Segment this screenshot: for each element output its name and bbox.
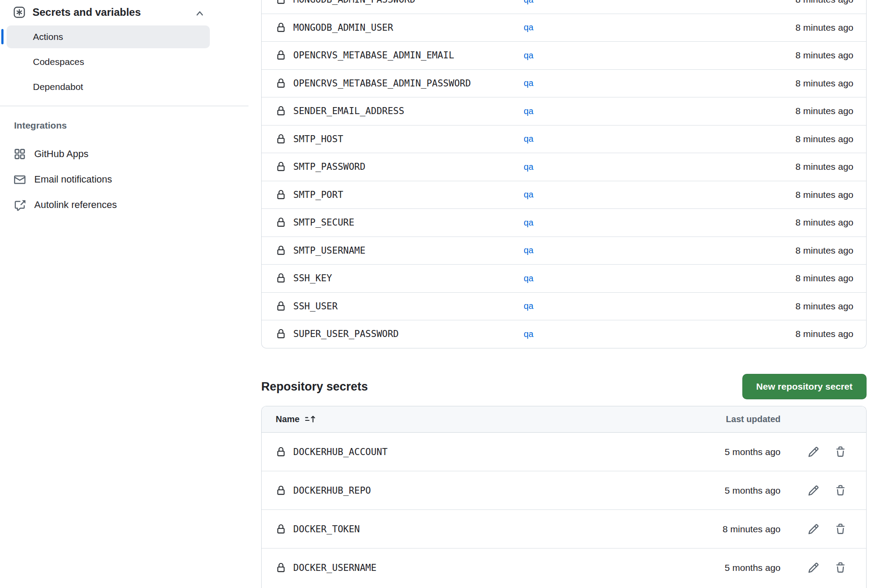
secret-name: DOCKER_TOKEN xyxy=(293,524,360,534)
secrets-and-variables-section-header: Secrets and variables xyxy=(13,6,141,18)
delete-secret-button[interactable] xyxy=(834,484,846,497)
environment-link[interactable]: qa xyxy=(524,134,533,144)
repository-secret-row: DOCKER_USERNAME 5 months ago xyxy=(262,548,866,587)
environment-secret-row: SSH_KEY qa 8 minutes ago xyxy=(262,264,866,292)
delete-secret-button[interactable] xyxy=(834,445,846,459)
trash-icon xyxy=(835,446,846,458)
lock-icon xyxy=(276,22,286,33)
pencil-icon xyxy=(808,562,819,574)
repository-secrets-table-header: Name Last updated xyxy=(262,406,866,433)
sidebar-nav-item-label: Dependabot xyxy=(33,82,83,92)
lock-icon xyxy=(276,50,286,61)
pencil-icon xyxy=(808,523,819,535)
environment-link[interactable]: qa xyxy=(524,301,533,311)
secret-name: SMTP_PASSWORD xyxy=(293,161,365,172)
secret-last-updated: 8 minutes ago xyxy=(795,22,853,33)
secret-name: SUPER_USER_PASSWORD xyxy=(293,329,399,339)
secret-name: DOCKERHUB_ACCOUNT xyxy=(293,447,388,457)
environment-secret-row: OPENCRVS_METABASE_ADMIN_EMAIL qa 8 minut… xyxy=(262,41,866,69)
environment-link[interactable]: qa xyxy=(524,50,533,61)
sidebar-integration-item-label: GitHub Apps xyxy=(34,148,89,160)
secret-name: SSH_USER xyxy=(293,301,338,312)
edit-secret-button[interactable] xyxy=(807,561,820,574)
environment-link[interactable]: qa xyxy=(524,190,533,200)
environment-secrets-table: MONGODB_ADMIN_PASSWORD qa 8 minutes ago … xyxy=(261,0,867,348)
delete-secret-button[interactable] xyxy=(834,561,846,574)
secret-name: DOCKER_USERNAME xyxy=(293,563,377,573)
lock-icon xyxy=(276,485,286,496)
sidebar-item-codespaces[interactable]: Codespaces xyxy=(7,50,210,73)
environment-secret-row: SSH_USER qa 8 minutes ago xyxy=(262,292,866,320)
secret-last-updated: 8 minutes ago xyxy=(795,329,853,339)
trash-icon xyxy=(835,485,846,496)
environment-link[interactable]: qa xyxy=(524,273,533,283)
secret-last-updated: 8 minutes ago xyxy=(795,134,853,144)
integrations-list: GitHub Apps Email notifications Autolink… xyxy=(14,141,234,218)
sidebar-item-actions[interactable]: Actions xyxy=(7,25,210,48)
repository-secrets-title: Repository secrets xyxy=(261,380,368,394)
last-updated-column-label: Last updated xyxy=(726,414,781,424)
settings-sidebar: Secrets and variables Actions Codespaces… xyxy=(0,0,248,588)
lock-icon xyxy=(276,446,286,458)
environment-secret-row: MONGODB_ADMIN_USER qa 8 minutes ago xyxy=(262,14,866,42)
secret-name: MONGODB_ADMIN_USER xyxy=(293,22,393,33)
sort-ascending-icon xyxy=(305,414,315,424)
environment-secret-row: SUPER_USER_PASSWORD qa 8 minutes ago xyxy=(262,320,866,348)
edit-secret-button[interactable] xyxy=(807,445,820,459)
delete-secret-button[interactable] xyxy=(834,523,846,536)
lock-icon xyxy=(276,562,286,574)
edit-secret-button[interactable] xyxy=(807,484,820,497)
secret-last-updated: 8 minutes ago xyxy=(795,217,853,228)
secret-name: OPENCRVS_METABASE_ADMIN_EMAIL xyxy=(293,50,454,61)
repository-secrets-table: Name Last updated DOCKERHUB_ACCOUNT 5 mo… xyxy=(261,406,867,588)
environment-link[interactable]: qa xyxy=(524,162,533,172)
lock-icon xyxy=(276,217,286,228)
sidebar-item-dependabot[interactable]: Dependabot xyxy=(7,75,210,98)
lock-icon xyxy=(276,301,286,312)
sidebar-item-autolink-references[interactable]: Autolink references xyxy=(14,192,234,218)
environment-secret-row: SENDER_EMAIL_ADDRESS qa 8 minutes ago xyxy=(262,97,866,125)
environment-secret-row: MONGODB_ADMIN_PASSWORD qa 8 minutes ago xyxy=(262,0,866,14)
environment-link[interactable]: qa xyxy=(524,218,533,228)
environment-link[interactable]: qa xyxy=(524,22,533,32)
secret-name: SENDER_EMAIL_ADDRESS xyxy=(293,106,404,116)
name-column-label: Name xyxy=(276,414,299,424)
repository-secret-row: DOCKER_TOKEN 8 minutes ago xyxy=(262,509,866,548)
pencil-icon xyxy=(808,446,819,458)
secret-last-updated: 8 minutes ago xyxy=(723,524,781,534)
secret-name: SMTP_USERNAME xyxy=(293,245,365,256)
sidebar-item-email-notifications[interactable]: Email notifications xyxy=(14,167,234,192)
sidebar-nav-item-label: Actions xyxy=(33,32,63,42)
secret-last-updated: 8 minutes ago xyxy=(795,161,853,172)
repository-secret-row: DOCKERHUB_ACCOUNT 5 months ago xyxy=(262,433,866,471)
sidebar-integration-item-label: Email notifications xyxy=(34,174,112,185)
sidebar-integration-item-label: Autolink references xyxy=(34,199,117,211)
trash-icon xyxy=(835,562,846,574)
github-secrets-settings-page: { "colors": { "accent_blue": "#0969da", … xyxy=(0,0,885,588)
lock-icon xyxy=(276,272,286,284)
secret-name: SSH_KEY xyxy=(293,273,332,283)
lock-icon xyxy=(276,523,286,535)
name-column-sort-header[interactable]: Name xyxy=(276,414,315,424)
edit-secret-button[interactable] xyxy=(807,523,820,536)
new-repository-secret-button[interactable]: New repository secret xyxy=(742,374,867,399)
secret-name: SMTP_SECURE xyxy=(293,217,354,228)
lock-icon xyxy=(276,78,286,89)
environment-link[interactable]: qa xyxy=(524,0,533,5)
secret-name: OPENCRVS_METABASE_ADMIN_PASSWORD xyxy=(293,78,471,89)
environment-link[interactable]: qa xyxy=(524,78,533,88)
secret-last-updated: 8 minutes ago xyxy=(795,50,853,61)
environment-link[interactable]: qa xyxy=(524,329,533,339)
environment-link[interactable]: qa xyxy=(524,245,533,255)
secret-last-updated: 5 months ago xyxy=(725,485,781,496)
sidebar-item-github-apps[interactable]: GitHub Apps xyxy=(14,141,234,167)
secret-last-updated: 8 minutes ago xyxy=(795,0,853,5)
lock-icon xyxy=(276,328,286,340)
chevron-up-icon[interactable] xyxy=(194,7,206,20)
environment-link[interactable]: qa xyxy=(524,106,533,116)
pencil-icon xyxy=(808,485,819,496)
secret-last-updated: 8 minutes ago xyxy=(795,273,853,283)
environment-secret-row: SMTP_PASSWORD qa 8 minutes ago xyxy=(262,153,866,181)
environment-secret-row: SMTP_HOST qa 8 minutes ago xyxy=(262,125,866,153)
sidebar-divider xyxy=(0,106,248,106)
